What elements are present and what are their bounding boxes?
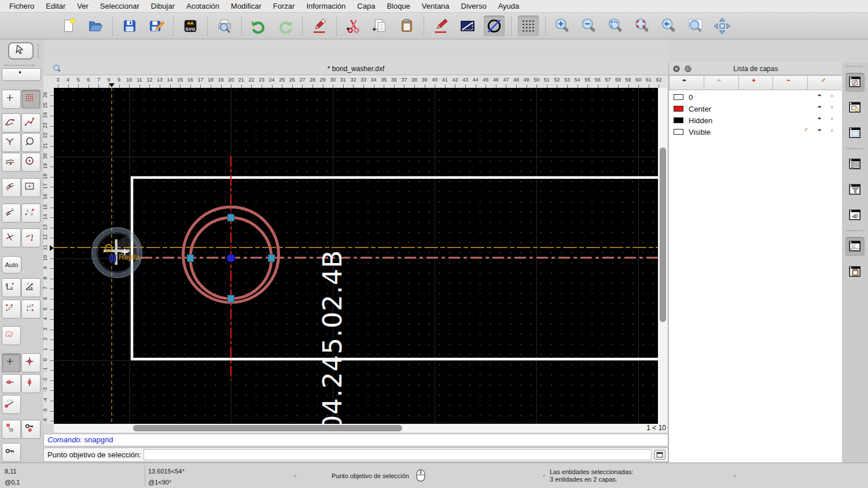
paste-button[interactable]: [396, 16, 417, 36]
entity-annotation-text[interactable]: 104.245.02.4B: [317, 250, 348, 424]
zoom-pan-button[interactable]: [712, 16, 733, 36]
relative-coords-1-button[interactable]: 12: [2, 300, 21, 319]
layer-row-0[interactable]: 0: [669, 91, 843, 103]
remove-layer-button[interactable]: [773, 75, 808, 90]
crosshair-plus-button[interactable]: [2, 90, 21, 109]
menu-forzar[interactable]: Forzar: [267, 0, 301, 13]
snap-middle-button[interactable]: [2, 178, 21, 197]
menu-fichero[interactable]: Fichero: [3, 0, 40, 13]
layer-color-swatch[interactable]: [674, 117, 683, 123]
horizontal-scrollbar[interactable]: [54, 424, 638, 432]
zoom-previous-button[interactable]: [659, 16, 679, 36]
menu-acotacin[interactable]: Acotación: [181, 0, 225, 13]
library-browser-dock-button[interactable]: [845, 124, 865, 143]
back-button[interactable]: [2, 68, 41, 81]
layer-visibility-icon[interactable]: [816, 105, 826, 113]
print-preview-button[interactable]: [214, 16, 235, 36]
coordinates-cartesian-button[interactable]: yx: [2, 278, 21, 297]
command-window-button[interactable]: [654, 450, 665, 460]
entity-outline-rectangle[interactable]: [132, 178, 658, 359]
save-as-button[interactable]: [146, 16, 167, 36]
selection-handle[interactable]: [187, 255, 194, 262]
zoom-selection-button[interactable]: [632, 16, 653, 36]
selection-handle[interactable]: [228, 215, 234, 221]
snap-free-button[interactable]: [2, 113, 21, 132]
command-input[interactable]: [144, 449, 652, 460]
layer-row-center[interactable]: Center: [669, 103, 843, 114]
show-all-layers-button[interactable]: [669, 75, 704, 90]
set-relative-zero-button[interactable]: [2, 443, 21, 462]
layer-lock-icon[interactable]: [830, 116, 838, 125]
edit-layer-button[interactable]: [808, 75, 843, 90]
hide-all-layers-button[interactable]: [704, 75, 739, 90]
snap-grid-points-button[interactable]: [21, 113, 41, 132]
panel-drag-handle[interactable]: [38, 44, 39, 58]
snap-auto-button[interactable]: Auto: [2, 256, 21, 273]
panel-drag-handle[interactable]: [5, 65, 35, 66]
menu-capa[interactable]: Capa: [351, 0, 381, 13]
snap-grid-button[interactable]: [21, 90, 41, 109]
snap-distance-button[interactable]: 12: [21, 204, 41, 223]
dock-drag-handle[interactable]: [847, 66, 863, 67]
layer-row-hidden[interactable]: Hidden: [669, 114, 843, 126]
snap-off-button[interactable]: !: [21, 228, 41, 247]
restrict-orthogonal-button[interactable]: [21, 353, 41, 372]
open-folder-button[interactable]: [85, 16, 106, 36]
vertical-scrollbar[interactable]: [658, 88, 667, 424]
clipboard-dock-button[interactable]: [845, 263, 865, 282]
menu-informacin[interactable]: Información: [300, 0, 351, 13]
menu-seleccionar[interactable]: Seleccionar: [94, 0, 145, 13]
menu-ventana[interactable]: Ventana: [416, 0, 455, 13]
entity-list-dock-button[interactable]: [845, 155, 865, 174]
redo-button[interactable]: [275, 16, 296, 36]
zoom-in-button[interactable]: [552, 16, 573, 36]
snap-intersection-button[interactable]: [2, 133, 21, 152]
snap-tangent-button[interactable]: [2, 204, 21, 223]
menu-ayuda[interactable]: Ayuda: [492, 0, 525, 13]
layer-color-swatch[interactable]: [674, 129, 683, 135]
layers-panel-titlebar[interactable]: Lista de capas: [669, 62, 843, 75]
cut-button[interactable]: [343, 16, 364, 36]
menu-diverso[interactable]: Diverso: [455, 0, 492, 13]
snap-perpendicular-button[interactable]: [2, 153, 21, 172]
copy-button[interactable]: [370, 16, 391, 36]
selection-filter-dock-button[interactable]: [845, 180, 865, 199]
delete-button[interactable]: [309, 16, 330, 36]
layer-visibility-icon[interactable]: [816, 93, 826, 102]
save-button[interactable]: [119, 16, 140, 36]
document-titlebar[interactable]: * bond_washer.dxf: [43, 62, 668, 75]
snap-intersection-manual-button[interactable]: [2, 228, 21, 247]
layer-row-visible[interactable]: Visible: [669, 126, 843, 138]
block-list-dock-button[interactable]: [845, 98, 865, 117]
circle-center-point[interactable]: [227, 254, 235, 263]
layer-visibility-icon[interactable]: [816, 128, 826, 136]
zoom-out-button[interactable]: [579, 16, 599, 36]
coordinates-polar-button[interactable]: ra: [21, 278, 41, 297]
add-layer-button[interactable]: [739, 75, 774, 90]
drawing-canvas[interactable]: 104.245.02.4B Rejilla: [54, 88, 658, 424]
snap-grid-toolbar-button[interactable]: [518, 16, 539, 36]
relative-coords-2-button[interactable]: 12: [21, 300, 41, 319]
command-options-dock-button[interactable]: [845, 206, 865, 225]
zoom-window-button[interactable]: [685, 16, 706, 36]
snap-center-button[interactable]: [21, 153, 41, 172]
restrict-nothing-button[interactable]: [2, 353, 21, 372]
command-line-dock-button[interactable]: [845, 237, 865, 256]
layer-lock-icon[interactable]: [830, 128, 838, 136]
zoom-auto-button[interactable]: [605, 16, 626, 36]
selection-restriction-button[interactable]: [2, 326, 21, 345]
angle-gauge-button[interactable]: [2, 395, 21, 414]
snap-entity-button[interactable]: [21, 133, 41, 152]
menu-ver[interactable]: Ver: [71, 0, 94, 13]
menu-editar[interactable]: Editar: [40, 0, 71, 13]
vertical-scrollbar-thumb[interactable]: [660, 147, 666, 322]
lock-relative-zero-button[interactable]: [21, 420, 41, 439]
restrict-horizontal-button[interactable]: [2, 374, 21, 393]
layer-lock-icon[interactable]: [830, 105, 838, 113]
export-svg-button[interactable]: SVG: [180, 16, 201, 36]
menu-modificar[interactable]: Modificar: [225, 0, 267, 13]
pointer-tool-button[interactable]: [8, 42, 34, 60]
layer-lock-icon[interactable]: [830, 93, 838, 102]
layer-list-dock-button[interactable]: [845, 73, 865, 92]
selection-handle[interactable]: [228, 295, 234, 302]
